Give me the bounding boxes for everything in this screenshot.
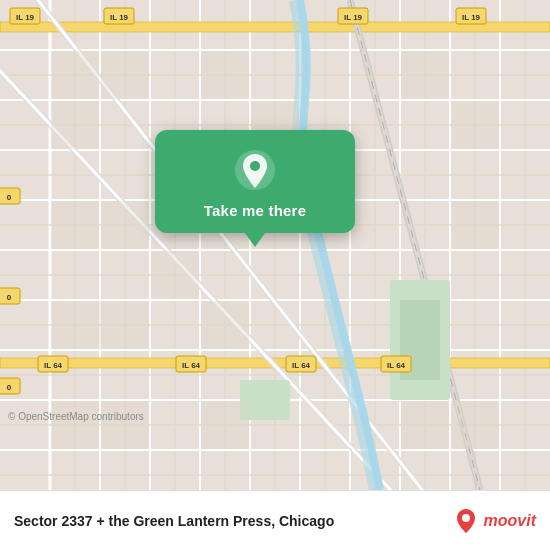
map-container[interactable]: IL 19 IL 19 IL 19 IL 19 IL 64 IL 64 IL 6… bbox=[0, 0, 550, 490]
svg-text:IL 19: IL 19 bbox=[462, 13, 481, 22]
svg-rect-66 bbox=[451, 201, 499, 249]
popup-card: Take me there bbox=[155, 130, 355, 233]
svg-rect-53 bbox=[51, 101, 99, 149]
location-name: Sector 2337 + the Green Lantern Press, C… bbox=[14, 513, 452, 529]
svg-rect-62 bbox=[201, 301, 249, 349]
moovit-icon bbox=[452, 507, 480, 535]
svg-text:IL 64: IL 64 bbox=[387, 361, 406, 370]
svg-point-93 bbox=[462, 514, 470, 522]
svg-text:IL 19: IL 19 bbox=[344, 13, 363, 22]
moovit-text: moovit bbox=[484, 512, 536, 530]
svg-text:0: 0 bbox=[7, 383, 12, 392]
svg-text:0: 0 bbox=[7, 193, 12, 202]
svg-rect-59 bbox=[51, 301, 149, 349]
svg-text:IL 19: IL 19 bbox=[16, 13, 35, 22]
svg-rect-61 bbox=[101, 401, 149, 449]
svg-rect-51 bbox=[51, 51, 99, 99]
svg-rect-54 bbox=[201, 51, 249, 99]
map-attribution: © OpenStreetMap contributors bbox=[8, 411, 144, 422]
svg-rect-68 bbox=[401, 401, 449, 449]
location-pin-icon bbox=[233, 148, 277, 192]
moovit-logo: moovit bbox=[452, 507, 536, 535]
svg-text:IL 64: IL 64 bbox=[44, 361, 63, 370]
take-me-there-button[interactable]: Take me there bbox=[204, 202, 306, 219]
svg-text:IL 19: IL 19 bbox=[110, 13, 129, 22]
svg-rect-52 bbox=[101, 51, 149, 99]
svg-rect-63 bbox=[201, 401, 249, 449]
svg-rect-58 bbox=[151, 251, 199, 299]
svg-rect-64 bbox=[401, 51, 449, 99]
svg-rect-56 bbox=[51, 201, 99, 249]
svg-text:IL 64: IL 64 bbox=[182, 361, 201, 370]
svg-point-92 bbox=[250, 161, 260, 171]
svg-text:IL 64: IL 64 bbox=[292, 361, 311, 370]
svg-rect-57 bbox=[101, 201, 149, 249]
svg-rect-65 bbox=[451, 101, 499, 149]
svg-rect-60 bbox=[51, 401, 99, 449]
svg-rect-67 bbox=[451, 401, 499, 449]
svg-text:0: 0 bbox=[7, 293, 12, 302]
bottom-bar: Sector 2337 + the Green Lantern Press, C… bbox=[0, 490, 550, 550]
